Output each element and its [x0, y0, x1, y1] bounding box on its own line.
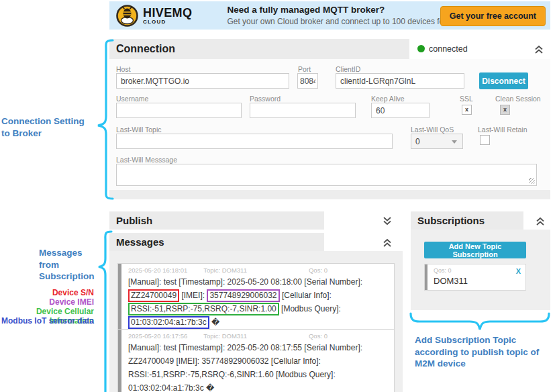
message-text: ZZ24700049 [IMEI]: 357748929006032 [Cell…	[128, 356, 321, 366]
serial-number-highlight: ZZ24700049	[128, 289, 179, 302]
last-will-topic-label: Last-Will Topic	[116, 126, 162, 134]
publish-header-bar: Publish	[109, 211, 324, 230]
chevron-double-up-icon	[382, 238, 393, 248]
subscription-annotation: Add Subscription Topic according to publ…	[415, 334, 555, 370]
message-qos: Qos: 0	[309, 332, 327, 340]
message-topic: Topic: DOM311	[203, 266, 247, 274]
messages-annotation: Messages from Subscription	[39, 247, 106, 283]
host-input[interactable]	[116, 73, 289, 89]
last-will-topic-input[interactable]	[116, 134, 393, 149]
messages-list: 2025-05-20 16:18:01 Topic: DOM311 Qos: 0…	[109, 251, 403, 392]
client-id-input[interactable]	[336, 73, 464, 89]
host-label: Host	[116, 65, 131, 73]
subscriptions-panel: Subscriptions Add New Topic Subscription…	[411, 211, 550, 310]
hivemq-logo[interactable]: HIVEMQ CLOUD	[115, 4, 192, 28]
message-text: RSSI:-51,RSRP:-75,RSRQ:-6,SINR:1.60 [Mod…	[128, 370, 336, 379]
subscription-qos: Qos: 0	[434, 267, 520, 274]
subscriptions-header-bar: Subscriptions	[411, 211, 523, 230]
publish-title: Publish	[109, 211, 152, 230]
last-will-qos-value: 0	[415, 137, 420, 146]
brand-name: HIVEMQ	[143, 7, 192, 19]
brand-sub: CLOUD	[143, 19, 192, 25]
subscriptions-brace	[409, 311, 550, 332]
last-will-qos-select[interactable]: 0	[411, 134, 463, 149]
connection-form: Host Port ClientID Disconnect Username P…	[109, 59, 550, 190]
connection-header-bar: Connection	[109, 39, 409, 59]
subscription-item: Qos: 0 DOM311 X	[424, 264, 526, 291]
client-id-label: ClientID	[336, 65, 360, 73]
remove-subscription-button[interactable]: X	[516, 267, 521, 275]
connection-title: Connection	[109, 39, 175, 59]
clean-session-label: Clean Session	[495, 95, 541, 103]
message-text: [IMEI]:	[181, 291, 205, 300]
cellular-info-highlight: RSSI:-51,RSRP:-75,RSRQ:-7,SINR:1.00	[128, 303, 279, 315]
modbus-data-annotation: Modbus IoT sensor data	[0, 316, 94, 326]
message-topic: Topic: DOM311	[203, 332, 247, 340]
connection-annotation: Connection Setting to Broker	[1, 115, 95, 139]
screenshot-root: HIVEMQ CLOUD Need a fully managed MQTT b…	[0, 0, 555, 392]
username-input[interactable]	[116, 103, 242, 118]
keep-alive-input[interactable]	[371, 103, 430, 118]
keep-alive-label: Keep Alive	[371, 95, 405, 103]
add-subscription-button[interactable]: Add New Topic Subscription	[424, 242, 526, 258]
connection-collapse-toggle[interactable]	[533, 43, 545, 55]
message-qos: Qos: 0	[309, 266, 327, 274]
chevron-double-down-icon	[382, 216, 393, 226]
ssl-checkbox[interactable]: x	[462, 105, 472, 115]
message-text: �	[211, 317, 219, 327]
chevron-double-up-icon	[535, 216, 546, 226]
banner-title: Need a fully managed MQTT broker?	[227, 5, 464, 15]
message-text: [Modbus Query]:	[281, 304, 341, 313]
connection-status-label: connected	[429, 44, 468, 54]
message-card: 2025-05-20 16:18:01 Topic: DOM311 Qos: 0…	[117, 263, 395, 333]
subscriptions-body: Add New Topic Subscription Qos: 0 DOM311…	[411, 230, 550, 310]
last-will-retain-checkbox[interactable]	[480, 135, 490, 145]
message-body: [Manual]: test [Timestamp]: 2025-05-20 0…	[128, 341, 389, 392]
message-text: [Manual]: test [Timestamp]: 2025-05-20 0…	[128, 343, 362, 352]
clean-session-checkbox[interactable]: x	[500, 105, 510, 115]
message-body: [Manual]: test [Timestamp]: 2025-05-20 0…	[128, 275, 389, 329]
chevron-down-icon	[452, 140, 457, 144]
hivemq-banner: HIVEMQ CLOUD Need a fully managed MQTT b…	[109, 1, 550, 30]
message-time: 2025-05-20 16:18:01	[128, 266, 187, 274]
get-free-account-button[interactable]: Get your free account	[440, 6, 546, 26]
port-label: Port	[298, 65, 311, 73]
resize-grip-icon[interactable]	[529, 178, 535, 184]
message-time: 2025-05-20 16:17:56	[128, 332, 187, 340]
password-label: Password	[250, 95, 281, 103]
messages-collapse-toggle[interactable]	[381, 236, 393, 248]
last-will-qos-label: Last-Will QoS	[411, 126, 454, 134]
port-input[interactable]	[297, 73, 318, 89]
publish-expand-toggle[interactable]	[381, 215, 393, 227]
messages-header-bar: Messages	[109, 233, 324, 251]
disconnect-button[interactable]: Disconnect	[479, 72, 528, 89]
message-text: 01:03:02:04:a1:7b:3c �	[128, 383, 214, 392]
hivemq-bee-icon	[115, 4, 139, 28]
subscriptions-collapse-toggle[interactable]	[534, 215, 546, 227]
device-sn-annotation: Device S/N	[0, 288, 94, 297]
last-will-retain-label: Last-Will Retain	[478, 126, 527, 134]
publish-panel: Publish	[109, 211, 403, 230]
connection-panel: Connection connected Host Port ClientID …	[109, 39, 550, 199]
subscription-topic: DOM311	[434, 276, 520, 286]
chevron-double-up-icon	[534, 44, 544, 54]
banner-subtitle: Get your own Cloud broker and connect up…	[227, 17, 464, 26]
message-text: [Manual]: test [Timestamp]: 2025-05-20 0…	[128, 277, 362, 287]
messages-panel: Messages 2025-05-20 16:18:01 Topic: DOM3…	[109, 233, 403, 392]
device-imei-annotation: Device IMEI	[0, 297, 94, 307]
connection-footer-strip	[109, 190, 550, 199]
message-card: 2025-05-20 16:17:56 Topic: DOM311 Qos: 0…	[117, 329, 395, 392]
username-label: Username	[116, 95, 148, 103]
last-will-message-textarea[interactable]	[116, 164, 537, 186]
password-input[interactable]	[250, 103, 356, 118]
messages-title: Messages	[109, 233, 164, 251]
subscriptions-title: Subscriptions	[411, 211, 485, 230]
message-text: [Cellular Info]:	[282, 291, 332, 300]
modbus-query-highlight: 01:03:02:04:a1:7b:3c	[128, 316, 209, 329]
connection-status-dot	[417, 45, 425, 52]
last-will-message-label: Last-Will Messsage	[116, 156, 177, 164]
imei-highlight: 357748929006032	[207, 289, 279, 302]
ssl-label: SSL	[460, 95, 473, 103]
